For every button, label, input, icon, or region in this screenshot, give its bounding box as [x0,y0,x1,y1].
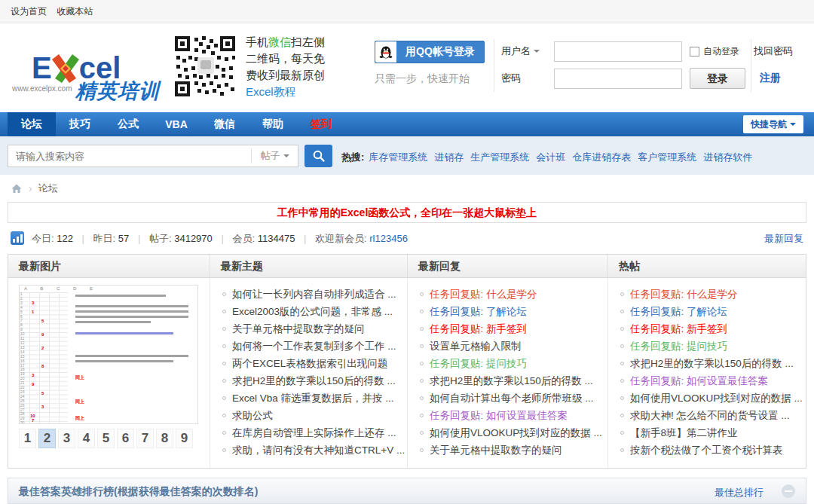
bullet-icon [420,448,424,452]
reply-link[interactable]: 任务回复贴: 什么是学分 [430,288,537,301]
username-dropdown[interactable]: 用户名 [501,44,540,58]
hot-post-link[interactable]: 任务回复贴: 如何设置最佳答案 [630,374,768,388]
reply-link[interactable]: 如何使用VLOOKUP找到对应的数据 ... [430,426,602,440]
hot-search-link[interactable]: 库存管理系统 [369,151,427,163]
reply-link[interactable]: 任务回复贴: 如何设置最佳答案 [430,409,568,423]
latest-reply-link[interactable]: 最新回复 [764,232,803,246]
pagination-button[interactable]: 9 [176,429,193,448]
register-link[interactable]: 注册 [760,72,781,85]
nav-item[interactable]: VBA [152,112,200,136]
topic-link[interactable]: 两个EXCEL表格数据索引出现问题 [232,357,387,371]
promo-banner-link[interactable]: 工作中常用的Excel函数公式，全印在一张超大鼠标垫上 [277,206,537,218]
hot-post-link[interactable]: 求助大神! 怎么给不同的货号设置 ... [630,409,790,423]
pagination-button[interactable]: 3 [58,429,75,448]
site-logo[interactable]: Ecel www.excelpx.com 精英培训 [11,38,169,107]
bullet-icon [222,448,226,452]
topic-link[interactable]: 在库房自动管理上实际操作上还存 ... [232,426,396,440]
bullet-icon [420,414,424,417]
hot-post-link[interactable]: 求把H2里的数字乘以150后的得数 ... [630,357,794,371]
reply-link[interactable]: 求把H2里的数字乘以150后的得数 ... [430,374,593,388]
reply-link[interactable]: 任务回复贴: 提问技巧 [430,357,527,371]
pagination-button[interactable]: 7 [136,429,154,448]
ranking-title: 最佳答案英雄排行榜(根据获得最佳答案的次数排名) [19,485,258,499]
nav-item[interactable]: 签到 [297,112,345,136]
hot-posts-column: 任务回复贴: 什么是学分任务回复贴: 了解论坛任务回复贴: 新手签到任务回复贴:… [608,278,807,468]
search-button[interactable] [304,145,332,167]
reply-link[interactable]: 任务回复贴: 了解论坛 [430,305,527,319]
topic-link[interactable]: 如何将一个工作表复制到多个工作 ... [232,340,396,353]
hot-post-link[interactable]: 【新手8班】第二讲作业 [630,426,738,440]
hot-search-link[interactable]: 生产管理系统 [470,151,529,163]
hot-search-link[interactable]: 进销存 [434,151,464,163]
forum-board: 最新图片 最新主题 最新回复 热帖 A B C D E 123456789101… [8,254,806,469]
set-home-link[interactable]: 设为首页 [11,6,47,17]
search-input[interactable] [8,151,251,162]
hot-search-link[interactable]: 仓库进销存表 [572,151,631,163]
new-member-link[interactable]: rl123456 [369,233,408,244]
collapse-button[interactable] [782,484,795,498]
hot-post-link[interactable]: 任务回复贴: 提问技巧 [630,340,727,353]
pagination-button[interactable]: 4 [78,429,95,448]
username-input[interactable] [554,41,682,62]
pagination-button[interactable]: 8 [156,429,173,448]
bullet-icon [620,414,624,417]
search-scope-dropdown[interactable]: 帖子 [251,148,298,163]
bookmark-link[interactable]: 收藏本站 [57,6,93,17]
reply-list-item: 任务回复贴: 新手签到 [408,320,607,338]
nav-item[interactable]: 公式 [104,112,152,136]
topic-link[interactable]: 关于单元格中提取数字的疑问 [232,322,365,336]
topic-link[interactable]: Excel Vba 筛选重复数据后，并按 ... [232,392,394,405]
bullet-icon [420,362,424,365]
bullet-icon [222,310,226,313]
bullet-icon [222,292,226,296]
hot-post-link[interactable]: 任务回复贴: 了解论坛 [630,305,727,319]
bullet-icon [420,310,424,313]
board-header-row: 最新图片 最新主题 最新回复 热帖 [8,255,806,278]
reply-link[interactable]: 任务回复贴: 新手签到 [430,322,527,336]
nav-item[interactable]: 技巧 [56,112,104,136]
pagination-button[interactable]: 6 [117,429,134,448]
reply-link[interactable]: 设置单元格输入限制 [430,340,522,353]
best-total-ranking-link[interactable]: 最佳总排行 [715,486,764,499]
password-input[interactable] [554,69,682,89]
quick-nav-button[interactable]: 快捷导航 [743,115,803,133]
reply-link[interactable]: 如何自动计算出每个老师所带班级 ... [430,392,594,405]
hot-post-link[interactable]: 任务回复贴: 什么是学分 [630,288,738,301]
reply-link[interactable]: 关于单元格中提取数字的疑问 [430,444,562,457]
pagination-button[interactable]: 1 [19,429,36,448]
hot-post-link[interactable]: 按新个税法做了个工资个税计算表 [630,444,783,457]
nav-item[interactable]: 论坛 [8,112,56,136]
hot-post-link[interactable]: 如何使用VLOOKUP找到对应的数据 ... [630,392,803,405]
topic-link[interactable]: Excel2003版的公式问题，非常感 ... [232,305,393,319]
pagination-button[interactable]: 5 [97,429,115,448]
hot-list-item: 【新手8班】第二讲作业 [608,424,807,441]
auto-login-checkbox[interactable] [690,47,699,57]
bullet-icon [620,362,624,365]
top-utility-bar: 设为首页 收藏本站 [0,0,814,23]
chevron-down-icon [790,123,796,129]
topic-list-item: 在库房自动管理上实际操作上还存 ... [210,424,407,441]
topic-link[interactable]: 求助，请问有没有大神知道CTRL+V ... [232,444,405,457]
topic-link[interactable]: 求把H2里的数字乘以150后的得数 ... [232,374,396,388]
hot-post-link[interactable]: 任务回复贴: 新手签到 [630,322,727,336]
login-button[interactable]: 登录 [690,68,745,89]
breadcrumb-forum[interactable]: 论坛 [38,182,58,195]
topic-link[interactable]: 如何让一长列内容自动排列成适合 ... [232,288,396,301]
hot-search-link[interactable]: 客户管理系统 [638,151,696,163]
excel-screenshot-thumbnail[interactable]: A B C D E 123456789101112131415161718192… [19,285,198,424]
hot-search-link[interactable]: 会计班 [536,151,565,163]
topic-link[interactable]: 求助公式 [232,409,273,423]
hot-search-link[interactable]: 进销存软件 [703,151,752,163]
nav-item[interactable]: 微信 [200,112,249,136]
find-password-link[interactable]: 找回密码 [754,44,793,58]
qq-login-button[interactable]: 用QQ帐号登录 [375,41,485,63]
home-icon[interactable] [11,182,23,194]
hot-list-item: 任务回复贴: 新手签到 [608,320,807,338]
pagination-button[interactable]: 2 [38,429,56,448]
main-nav: 论坛技巧公式VBA微信帮助签到 [0,112,814,136]
bullet-icon [620,310,624,313]
bullet-icon [420,379,424,383]
bullet-icon [620,431,624,435]
bullet-icon [620,448,624,452]
nav-item[interactable]: 帮助 [249,112,297,136]
